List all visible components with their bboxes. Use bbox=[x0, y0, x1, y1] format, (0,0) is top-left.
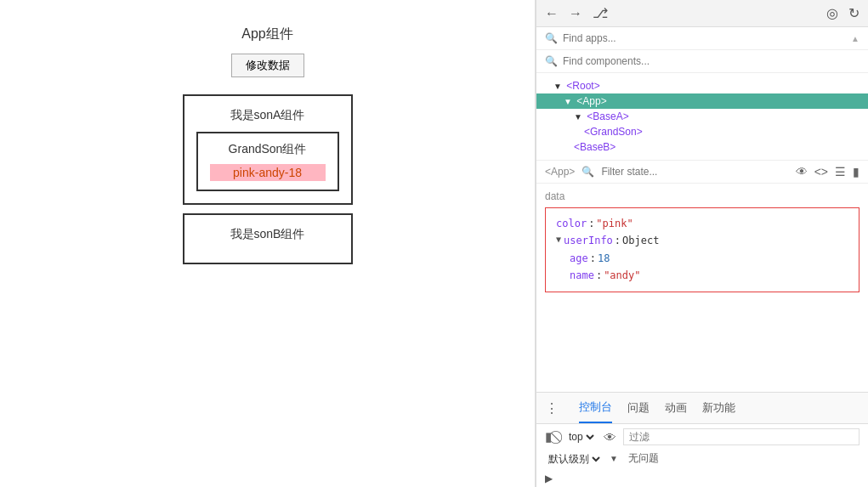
baseA-tag: <BaseA> bbox=[587, 110, 628, 122]
component-tree: ▼ <Root> ▼ <App> ▼ <BaseA> <GrandSon> <B… bbox=[536, 73, 868, 161]
find-components-input[interactable] bbox=[563, 55, 859, 67]
bottom-tabs: ⋮ 控制台 问题 动画 新功能 bbox=[536, 392, 868, 424]
tab-control[interactable]: 控制台 bbox=[579, 393, 612, 423]
tree-item-baseB[interactable]: <BaseB> bbox=[536, 139, 868, 155]
panel-icon[interactable]: ▮ bbox=[853, 165, 859, 178]
more-icon[interactable]: ⋮ bbox=[545, 400, 559, 416]
arrow-icon: ▼ bbox=[553, 82, 564, 91]
find-apps-input[interactable] bbox=[563, 32, 846, 44]
baseB-tag: <BaseB> bbox=[574, 141, 616, 153]
prompt-icon: ▶ bbox=[545, 473, 553, 484]
devtools-panel: ← → ⎇ ◎ ↻ 🔍 ▲ 🔍 ▼ <Root> ▼ <App> ▼ <Base… bbox=[536, 0, 868, 487]
grandson-value: pink-andy-18 bbox=[210, 164, 326, 181]
data-content: color : "pink" ▼ userInfo : Object age :… bbox=[545, 207, 859, 292]
userInfo-type: Object bbox=[622, 232, 659, 249]
target-icon[interactable]: ◎ bbox=[826, 5, 838, 21]
color-key: color bbox=[556, 215, 587, 232]
grandson-label: GrandSon组件 bbox=[210, 142, 326, 157]
filter-state-input[interactable] bbox=[601, 166, 788, 178]
console-footer: 默认级别 ▼ 无问题 bbox=[536, 450, 868, 470]
branch-icon[interactable]: ⎇ bbox=[593, 5, 608, 21]
back-icon[interactable]: ← bbox=[545, 6, 559, 21]
console-prompt: ▶ bbox=[536, 470, 868, 487]
level-select[interactable]: 默认级别 bbox=[545, 452, 603, 466]
grandson-tag: <GrandSon> bbox=[584, 126, 643, 138]
modify-button[interactable]: 修改数据 bbox=[231, 54, 304, 77]
search-comp-icon: 🔍 bbox=[545, 55, 558, 67]
eye-icon[interactable]: 👁 bbox=[796, 165, 808, 178]
arrow-icon-app: ▼ bbox=[564, 97, 574, 106]
console-bar: ▮ ⃠ top 👁 bbox=[536, 424, 868, 450]
data-label: data bbox=[545, 190, 859, 202]
selected-comp-name: <App> bbox=[545, 166, 575, 178]
search-state-icon: 🔍 bbox=[582, 166, 594, 178]
find-components-bar: 🔍 bbox=[536, 50, 868, 73]
son-b-label: 我是sonB组件 bbox=[196, 227, 339, 242]
data-panel: data color : "pink" ▼ userInfo : Object … bbox=[536, 184, 868, 392]
context-select[interactable]: top bbox=[565, 430, 597, 444]
son-a-box: 我是sonA组件 GrandSon组件 pink-andy-18 bbox=[183, 94, 353, 205]
find-apps-bar: 🔍 ▲ bbox=[536, 27, 868, 50]
search-icon: 🔍 bbox=[545, 32, 558, 44]
tab-animation[interactable]: 动画 bbox=[665, 394, 687, 422]
state-filter-bar: <App> 🔍 👁 <> ☰ ▮ bbox=[536, 161, 868, 184]
arrow-icon-baseA: ▼ bbox=[574, 112, 584, 122]
tab-new-feature[interactable]: 新功能 bbox=[702, 394, 735, 422]
devtools-nav: ← → ⎇ ◎ ↻ bbox=[536, 0, 868, 27]
code-icon[interactable]: <> bbox=[814, 165, 828, 178]
age-value: 18 bbox=[598, 250, 610, 267]
name-value: "andy" bbox=[604, 267, 640, 284]
refresh-icon[interactable]: ↻ bbox=[848, 5, 859, 21]
tab-issues[interactable]: 问题 bbox=[627, 394, 650, 422]
root-tag: <Root> bbox=[566, 80, 599, 92]
app-tag: <App> bbox=[576, 95, 606, 107]
tree-item-baseA[interactable]: ▼ <BaseA> bbox=[536, 109, 868, 124]
left-panel: App组件 修改数据 我是sonA组件 GrandSon组件 pink-andy… bbox=[0, 0, 536, 487]
age-key: age bbox=[570, 250, 588, 267]
expand-userInfo-icon[interactable]: ▼ bbox=[556, 232, 561, 246]
no-issues-label: 无问题 bbox=[628, 451, 659, 466]
son-b-box: 我是sonB组件 bbox=[183, 213, 353, 264]
grandson-box: GrandSon组件 pink-andy-18 bbox=[196, 132, 339, 191]
tree-item-app[interactable]: ▼ <App> bbox=[536, 93, 868, 109]
name-key: name bbox=[570, 267, 594, 284]
level-arrow-icon: ▼ bbox=[610, 454, 618, 463]
expand-icon: ▲ bbox=[851, 34, 859, 43]
console-filter-input[interactable] bbox=[623, 428, 859, 445]
userInfo-key: userInfo bbox=[564, 232, 613, 249]
color-value: "pink" bbox=[596, 215, 633, 232]
console-block-icon[interactable]: ▮ bbox=[545, 429, 552, 445]
list-icon[interactable]: ☰ bbox=[835, 165, 846, 178]
son-a-label: 我是sonA组件 bbox=[196, 108, 339, 123]
tree-item-root[interactable]: ▼ <Root> bbox=[536, 78, 868, 93]
app-title: App组件 bbox=[241, 25, 292, 43]
eye-console-icon[interactable]: 👁 bbox=[604, 430, 616, 445]
forward-icon[interactable]: → bbox=[569, 6, 582, 21]
tree-item-grandson[interactable]: <GrandSon> bbox=[536, 124, 868, 139]
